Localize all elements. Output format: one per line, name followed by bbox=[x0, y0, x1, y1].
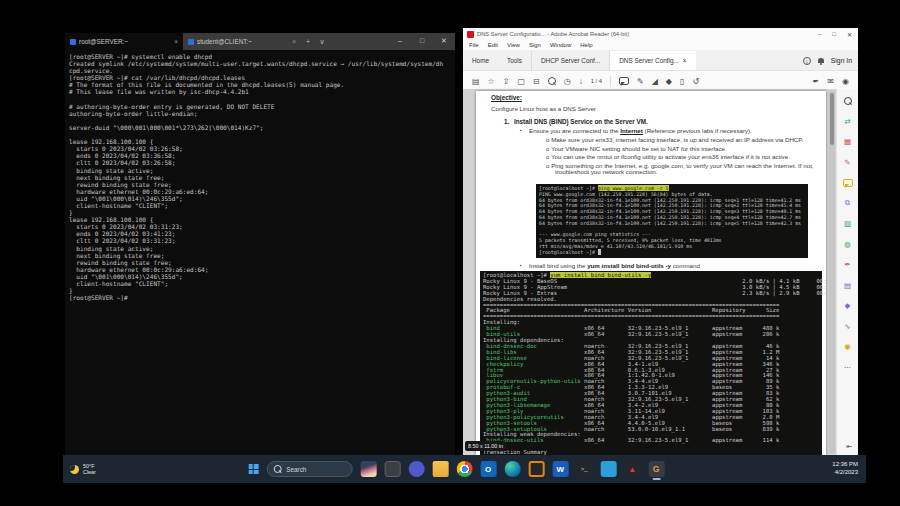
acrobat-title-bar: DNS Server Configuratio... - Adobe Acrob… bbox=[463, 28, 858, 40]
time: 12:36 PM bbox=[832, 461, 858, 469]
tab-dhcp-doc[interactable]: DHCP Server Conf... bbox=[531, 51, 609, 70]
bullet2-text: Install bind using the yum install bind … bbox=[529, 262, 826, 269]
document-tab-bar: Home Tools DHCP Server Conf... DNS Serve… bbox=[463, 51, 858, 71]
edge-icon[interactable] bbox=[504, 461, 520, 477]
save-icon[interactable]: ▢ bbox=[517, 77, 525, 86]
close-button[interactable]: ✕ bbox=[433, 33, 455, 50]
bullet-marker: ▪ bbox=[520, 127, 522, 133]
find-icon[interactable] bbox=[548, 77, 556, 85]
outlook-icon[interactable]: O bbox=[480, 461, 496, 477]
task-view-icon[interactable] bbox=[360, 461, 376, 477]
acrobat-taskbar-icon[interactable]: ▲ bbox=[624, 461, 640, 477]
menu-window[interactable]: Window bbox=[550, 42, 571, 48]
rotate-icon[interactable]: ↺ bbox=[692, 77, 699, 86]
page-size-tooltip: 8.50 x 11.00 in bbox=[465, 441, 506, 451]
sign-tool-icon[interactable]: ∿ bbox=[842, 321, 854, 332]
organize-pages-icon[interactable]: ▥ bbox=[842, 218, 854, 229]
step1-heading: Install DNS (BIND) Service on the Server… bbox=[514, 118, 648, 125]
stamp-tool-icon[interactable]: ◉ bbox=[842, 341, 854, 352]
request-signatures-icon[interactable]: ◆ bbox=[842, 300, 854, 311]
tab-label: DNS Server Config... bbox=[619, 57, 679, 64]
side-panel-icon[interactable]: ▤ bbox=[472, 77, 480, 86]
start-button[interactable] bbox=[248, 464, 258, 474]
new-tab-button[interactable]: + bbox=[301, 33, 315, 50]
word-icon[interactable]: W bbox=[552, 461, 568, 477]
terminal-tab-icon bbox=[70, 39, 76, 45]
active-g-app-icon[interactable]: G bbox=[648, 461, 664, 477]
tab-close-icon[interactable]: × bbox=[292, 38, 296, 45]
date: 4/2/2023 bbox=[832, 469, 858, 477]
maximize-button[interactable]: □ bbox=[411, 33, 433, 50]
vertical-scrollbar[interactable] bbox=[829, 91, 835, 453]
minimize-button[interactable]: – bbox=[818, 31, 821, 38]
tab-close-icon[interactable]: × bbox=[683, 57, 687, 64]
highlighter-icon[interactable]: ◢ bbox=[652, 77, 658, 86]
terminal-tab-client[interactable]: student@CLIENT:~ × bbox=[183, 33, 301, 50]
scrollbar-thumb[interactable] bbox=[830, 93, 834, 145]
moon-icon bbox=[70, 465, 79, 474]
taskbar-clock[interactable]: 12:36 PM 4/2/2023 bbox=[832, 461, 858, 476]
objective-heading: Objective: bbox=[491, 94, 522, 101]
minimize-button[interactable]: – bbox=[389, 33, 411, 50]
menu-sign[interactable]: Sign bbox=[529, 42, 541, 48]
page-indicator[interactable]: 1 / 4 bbox=[591, 78, 602, 84]
remote-desktop-icon[interactable] bbox=[600, 461, 616, 477]
teams-icon[interactable] bbox=[408, 461, 424, 477]
comment-icon[interactable] bbox=[619, 77, 629, 85]
search-tool-icon[interactable] bbox=[842, 95, 854, 106]
more-tools-icon[interactable]: ⋯ bbox=[842, 362, 854, 373]
download-icon[interactable]: ↓ bbox=[579, 77, 583, 86]
menu-edit[interactable]: Edit bbox=[488, 42, 498, 48]
star-icon[interactable]: ☆ bbox=[488, 77, 495, 86]
terminal-window: root@SERVER:~ × student@CLIENT:~ × + ∨ –… bbox=[65, 33, 455, 455]
export-pdf-icon[interactable]: ⇄ bbox=[842, 116, 854, 127]
tab-dns-doc[interactable]: DNS Server Config... × bbox=[609, 51, 695, 70]
search-input[interactable]: Search bbox=[266, 461, 352, 477]
delete-icon[interactable]: ▯ bbox=[680, 77, 684, 86]
search-label: Search bbox=[286, 466, 306, 473]
pencil-icon[interactable]: ✎ bbox=[637, 77, 644, 86]
print-icon[interactable]: ⊟ bbox=[533, 77, 540, 86]
terminal-tab-server[interactable]: root@SERVER:~ × bbox=[65, 33, 183, 50]
terminal-tab-icon bbox=[188, 39, 194, 45]
email-icon[interactable]: ✉ bbox=[827, 77, 834, 86]
menu-file[interactable]: File bbox=[469, 42, 479, 48]
tab-home[interactable]: Home bbox=[463, 51, 498, 70]
tab-tools[interactable]: Tools bbox=[498, 51, 531, 70]
close-button[interactable]: ✕ bbox=[847, 31, 852, 38]
weather-widget[interactable]: 50°F Clear bbox=[70, 455, 96, 483]
avatar-icon[interactable]: ◉ bbox=[842, 77, 849, 86]
prepare-form-icon[interactable]: ▤ bbox=[842, 280, 854, 291]
combine-files-icon[interactable]: ⧉ bbox=[842, 198, 854, 209]
fill-sign-icon[interactable]: ✒ bbox=[813, 77, 820, 86]
fill-sign-tool-icon[interactable]: ✒ bbox=[842, 259, 854, 270]
comment-tool-icon[interactable] bbox=[842, 177, 854, 188]
terminal-output[interactable]: [root@SERVER ~]# systemctl enable dhcpdC… bbox=[65, 50, 455, 304]
info-icon[interactable]: i bbox=[803, 57, 811, 65]
chrome-icon[interactable] bbox=[456, 461, 472, 477]
windows-terminal-icon[interactable]: >_ bbox=[576, 461, 592, 477]
stamp-icon[interactable]: ◆ bbox=[666, 77, 672, 86]
maximize-button[interactable]: □ bbox=[832, 31, 836, 38]
edit-pdf-icon[interactable]: ✎ bbox=[842, 157, 854, 168]
sign-in-button[interactable]: Sign In bbox=[831, 57, 852, 64]
bullet1-text: Ensure you are connected to the Internet… bbox=[529, 127, 826, 134]
compress-pdf-icon[interactable]: ◍ bbox=[842, 239, 854, 250]
system-app-icon[interactable] bbox=[384, 461, 400, 477]
create-pdf-icon[interactable]: ▦ bbox=[842, 136, 854, 147]
tab-bar-right: i Sign In bbox=[803, 51, 858, 70]
yum-screenshot: [root@localhost ~]# yum install bind bin… bbox=[480, 271, 822, 455]
history-icon[interactable]: ◷ bbox=[564, 77, 571, 86]
collapse-panel-icon[interactable]: ⇤ bbox=[846, 443, 852, 451]
acrobat-logo-icon bbox=[467, 31, 474, 38]
sub-bullet: o You can use the nmtui or ifconfig util… bbox=[546, 154, 826, 160]
acrobat-window-controls: – □ ✕ bbox=[818, 31, 854, 38]
notifications-bell-icon[interactable] bbox=[818, 58, 824, 63]
tab-dropdown-icon[interactable]: ∨ bbox=[315, 33, 329, 50]
menu-view[interactable]: View bbox=[507, 42, 520, 48]
file-explorer-icon[interactable] bbox=[432, 461, 448, 477]
menu-help[interactable]: Help bbox=[580, 42, 592, 48]
tab-close-icon[interactable]: × bbox=[174, 38, 178, 45]
share-icon[interactable]: ⇧ bbox=[503, 77, 510, 86]
vmware-icon[interactable] bbox=[528, 461, 544, 477]
